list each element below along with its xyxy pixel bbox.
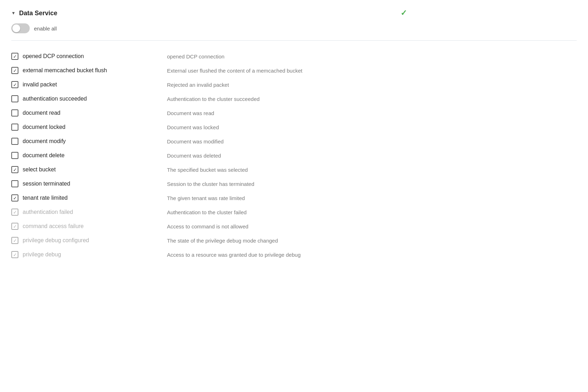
- section-divider: [11, 40, 577, 41]
- item-description-session-terminated: Session to the cluster has terminated: [160, 181, 577, 187]
- item-description-authentication-failed: Authentication to the cluster failed: [160, 209, 577, 215]
- item-row-authentication-succeeded: authentication succeededAuthentication t…: [11, 92, 577, 106]
- checkbox-command-access-failure[interactable]: ✓: [11, 223, 18, 230]
- item-row-document-delete: document deleteDocument was deleted: [11, 148, 577, 163]
- item-row-privilege-debug: ✓privilege debugAccess to a resource was…: [11, 248, 577, 262]
- item-row-document-locked: document lockedDocument was locked: [11, 120, 577, 134]
- item-left-invalid-packet: ✓invalid packet: [11, 81, 160, 88]
- item-name-authentication-succeeded: authentication succeeded: [23, 96, 87, 102]
- item-row-external-memcached-bucket-flush: ✓external memcached bucket flushExternal…: [11, 63, 577, 78]
- item-description-command-access-failure: Access to command is not allowed: [160, 223, 577, 229]
- checkbox-document-locked[interactable]: [11, 124, 18, 131]
- item-row-privilege-debug-configured: ✓privilege debug configuredThe state of …: [11, 233, 577, 248]
- enable-all-label: enable all: [34, 25, 57, 32]
- item-name-command-access-failure: command access failure: [23, 223, 84, 229]
- checkbox-opened-dcp-connection[interactable]: ✓: [11, 53, 18, 60]
- item-row-command-access-failure: ✓command access failureAccess to command…: [11, 219, 577, 233]
- item-description-authentication-succeeded: Authentication to the cluster succeeded: [160, 96, 577, 102]
- item-description-opened-dcp-connection: opened DCP connection: [160, 53, 577, 59]
- item-left-external-memcached-bucket-flush: ✓external memcached bucket flush: [11, 67, 160, 74]
- enable-all-toggle[interactable]: [11, 23, 30, 33]
- item-description-privilege-debug: Access to a resource was granted due to …: [160, 252, 577, 258]
- item-row-opened-dcp-connection: ✓opened DCP connectionopened DCP connect…: [11, 49, 577, 63]
- checkbox-privilege-debug-configured[interactable]: ✓: [11, 237, 18, 244]
- item-row-session-terminated: session terminatedSession to the cluster…: [11, 177, 577, 191]
- item-left-privilege-debug-configured: ✓privilege debug configured: [11, 237, 160, 244]
- item-name-privilege-debug-configured: privilege debug configured: [23, 237, 89, 244]
- checkbox-tenant-rate-limited[interactable]: ✓: [11, 194, 18, 201]
- checkbox-invalid-packet[interactable]: ✓: [11, 81, 18, 88]
- chevron-down-icon[interactable]: ▼: [11, 11, 16, 16]
- item-name-document-read: document read: [23, 110, 60, 116]
- item-left-document-locked: document locked: [11, 124, 160, 131]
- item-left-tenant-rate-limited: ✓tenant rate limited: [11, 194, 160, 201]
- item-row-document-modify: document modifyDocument was modified: [11, 134, 577, 148]
- item-row-tenant-rate-limited: ✓tenant rate limitedThe given tenant was…: [11, 191, 577, 205]
- item-left-privilege-debug: ✓privilege debug: [11, 251, 160, 258]
- item-row-invalid-packet: ✓invalid packetRejected an invalid packe…: [11, 78, 577, 92]
- item-description-document-modify: Document was modified: [160, 138, 577, 144]
- item-description-document-read: Document was read: [160, 110, 577, 116]
- section-header: ▼ Data Service ✓: [11, 8, 577, 18]
- item-name-external-memcached-bucket-flush: external memcached bucket flush: [23, 67, 107, 74]
- item-name-opened-dcp-connection: opened DCP connection: [23, 53, 84, 59]
- item-left-session-terminated: session terminated: [11, 180, 160, 187]
- item-left-document-modify: document modify: [11, 138, 160, 145]
- section-title: Data Service: [19, 10, 57, 17]
- item-left-authentication-failed: ✓authentication failed: [11, 209, 160, 216]
- item-name-authentication-failed: authentication failed: [23, 209, 73, 215]
- item-description-select-bucket: The specified bucket was selected: [160, 167, 577, 173]
- section-valid-icon: ✓: [400, 8, 407, 18]
- section-title-row: ▼ Data Service: [11, 10, 57, 17]
- item-name-select-bucket: select bucket: [23, 166, 56, 173]
- checkbox-document-read[interactable]: [11, 109, 18, 117]
- item-name-session-terminated: session terminated: [23, 181, 70, 187]
- item-name-privilege-debug: privilege debug: [23, 251, 61, 258]
- checkbox-authentication-failed[interactable]: ✓: [11, 209, 18, 216]
- item-description-external-memcached-bucket-flush: External user flushed the content of a m…: [160, 68, 577, 74]
- checkbox-privilege-debug[interactable]: ✓: [11, 251, 18, 258]
- item-description-document-delete: Document was deleted: [160, 153, 577, 159]
- enable-all-row: enable all: [11, 23, 577, 33]
- checkbox-authentication-succeeded[interactable]: [11, 95, 18, 102]
- data-service-panel: ▼ Data Service ✓ enable all ✓opened DCP …: [0, 0, 588, 392]
- item-row-select-bucket: ✓select bucketThe specified bucket was s…: [11, 163, 577, 177]
- item-description-tenant-rate-limited: The given tenant was rate limited: [160, 195, 577, 201]
- item-row-authentication-failed: ✓authentication failedAuthentication to …: [11, 205, 577, 219]
- item-left-authentication-succeeded: authentication succeeded: [11, 95, 160, 102]
- item-description-privilege-debug-configured: The state of the privilege debug mode ch…: [160, 238, 577, 244]
- item-name-tenant-rate-limited: tenant rate limited: [23, 195, 68, 201]
- item-name-document-modify: document modify: [23, 138, 66, 144]
- checkbox-external-memcached-bucket-flush[interactable]: ✓: [11, 67, 18, 74]
- item-name-document-locked: document locked: [23, 124, 65, 130]
- item-left-document-delete: document delete: [11, 152, 160, 159]
- item-name-invalid-packet: invalid packet: [23, 81, 57, 88]
- item-left-opened-dcp-connection: ✓opened DCP connection: [11, 53, 160, 60]
- item-row-document-read: document readDocument was read: [11, 106, 577, 120]
- item-left-document-read: document read: [11, 109, 160, 117]
- checkbox-session-terminated[interactable]: [11, 180, 18, 187]
- item-left-command-access-failure: ✓command access failure: [11, 223, 160, 230]
- checkbox-document-modify[interactable]: [11, 138, 18, 145]
- items-list: ✓opened DCP connectionopened DCP connect…: [11, 49, 577, 262]
- item-left-select-bucket: ✓select bucket: [11, 166, 160, 173]
- item-description-document-locked: Document was locked: [160, 124, 577, 130]
- item-name-document-delete: document delete: [23, 152, 64, 159]
- item-description-invalid-packet: Rejected an invalid packet: [160, 82, 577, 88]
- checkbox-document-delete[interactable]: [11, 152, 18, 159]
- checkbox-select-bucket[interactable]: ✓: [11, 166, 18, 173]
- toggle-knob: [12, 24, 20, 32]
